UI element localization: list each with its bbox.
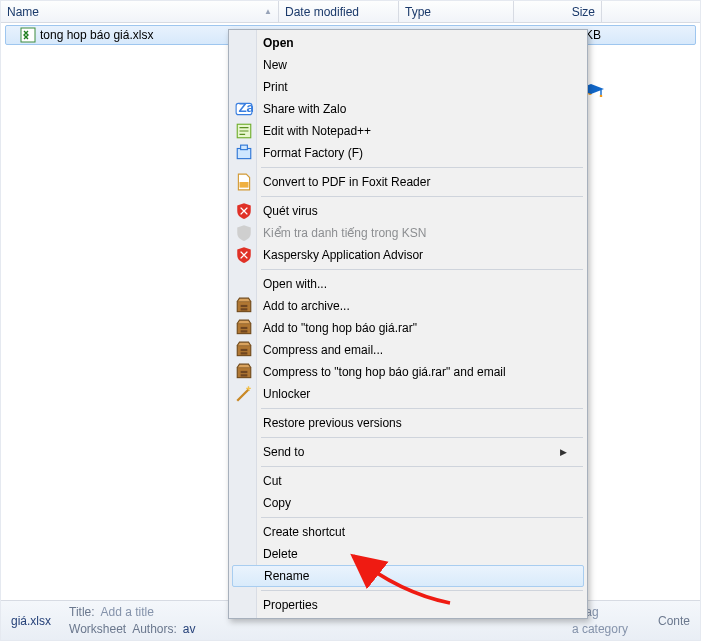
submenu-arrow-icon: ▶: [560, 447, 567, 457]
svg-rect-12: [241, 327, 248, 329]
context-menu: Open New Print Zalo Share with Zalo Edit…: [228, 29, 588, 619]
menu-separator: [261, 437, 583, 438]
menu-convert-foxit[interactable]: Convert to PDF in Foxit Reader: [231, 171, 585, 193]
menu-compress-email[interactable]: Compress and email...: [231, 339, 585, 361]
menu-kaspersky-advisor[interactable]: Kaspersky Application Advisor: [231, 244, 585, 266]
menu-new[interactable]: New: [231, 54, 585, 76]
svg-rect-13: [241, 330, 248, 332]
menu-separator: [261, 590, 583, 591]
svg-rect-18: [241, 371, 248, 373]
excel-file-icon: [20, 27, 36, 43]
menu-open-with[interactable]: Open with...: [231, 273, 585, 295]
menu-delete[interactable]: Delete: [231, 543, 585, 565]
menu-scan-virus[interactable]: Quét virus: [231, 200, 585, 222]
zalo-icon: Zalo: [235, 100, 253, 118]
sort-asc-icon: ▲: [264, 7, 272, 16]
menu-separator: [261, 466, 583, 467]
winrar-icon: [235, 363, 253, 381]
menu-rename[interactable]: Rename: [232, 565, 584, 587]
menu-separator: [261, 269, 583, 270]
svg-rect-19: [241, 374, 248, 376]
details-category[interactable]: a category: [572, 622, 628, 636]
menu-add-archive[interactable]: Add to archive...: [231, 295, 585, 317]
format-factory-icon: [235, 144, 253, 162]
svg-rect-15: [241, 349, 248, 351]
menu-check-ksn: Kiểm tra danh tiếng trong KSN: [231, 222, 585, 244]
svg-rect-9: [241, 305, 248, 307]
notepadpp-icon: [235, 122, 253, 140]
menu-separator: [261, 517, 583, 518]
column-header-row: Name ▲ Date modified Type Size: [1, 1, 700, 23]
details-title-label: Title:: [69, 605, 95, 619]
details-authors-value[interactable]: av: [183, 622, 196, 636]
svg-rect-16: [241, 352, 248, 354]
menu-separator: [261, 167, 583, 168]
menu-create-shortcut[interactable]: Create shortcut: [231, 521, 585, 543]
menu-compress-rar-email[interactable]: Compress to "tong hop báo giá.rar" and e…: [231, 361, 585, 383]
kaspersky-icon: [235, 246, 253, 264]
ksn-icon: [235, 224, 253, 242]
menu-separator: [261, 408, 583, 409]
svg-text:Zalo: Zalo: [238, 100, 253, 115]
menu-print[interactable]: Print: [231, 76, 585, 98]
menu-share-zalo[interactable]: Zalo Share with Zalo: [231, 98, 585, 120]
menu-unlocker[interactable]: Unlocker: [231, 383, 585, 405]
menu-format-factory[interactable]: Format Factory (F): [231, 142, 585, 164]
foxit-pdf-icon: [235, 173, 253, 191]
menu-add-to-rar[interactable]: Add to "tong hop báo giá.rar": [231, 317, 585, 339]
column-header-size[interactable]: Size: [514, 1, 602, 22]
details-title-value[interactable]: Add a title: [101, 605, 154, 619]
menu-send-to[interactable]: Send to ▶: [231, 441, 585, 463]
column-label: Size: [572, 5, 595, 19]
unlocker-wand-icon: [235, 385, 253, 403]
details-filename: giá.xlsx: [11, 614, 51, 628]
kaspersky-shield-icon: [235, 202, 253, 220]
winrar-icon: [235, 297, 253, 315]
column-header-name[interactable]: Name ▲: [1, 1, 279, 22]
details-worksheet-label: Worksheet: [69, 622, 126, 636]
column-header-date[interactable]: Date modified: [279, 1, 399, 22]
svg-rect-7: [240, 182, 249, 188]
svg-rect-6: [241, 145, 248, 150]
menu-separator: [261, 196, 583, 197]
menu-properties[interactable]: Properties: [231, 594, 585, 616]
column-header-type[interactable]: Type: [399, 1, 514, 22]
menu-open[interactable]: Open: [231, 32, 585, 54]
column-label: Name: [7, 5, 39, 19]
column-label: Date modified: [285, 5, 359, 19]
details-content-label: Conte: [658, 614, 690, 628]
svg-point-1: [600, 95, 603, 97]
column-label: Type: [405, 5, 431, 19]
menu-cut[interactable]: Cut: [231, 470, 585, 492]
winrar-icon: [235, 341, 253, 359]
details-authors-label: Authors:: [132, 622, 177, 636]
svg-rect-10: [241, 308, 248, 310]
menu-restore-versions[interactable]: Restore previous versions: [231, 412, 585, 434]
menu-edit-notepadpp[interactable]: Edit with Notepad++: [231, 120, 585, 142]
winrar-icon: [235, 319, 253, 337]
menu-copy[interactable]: Copy: [231, 492, 585, 514]
